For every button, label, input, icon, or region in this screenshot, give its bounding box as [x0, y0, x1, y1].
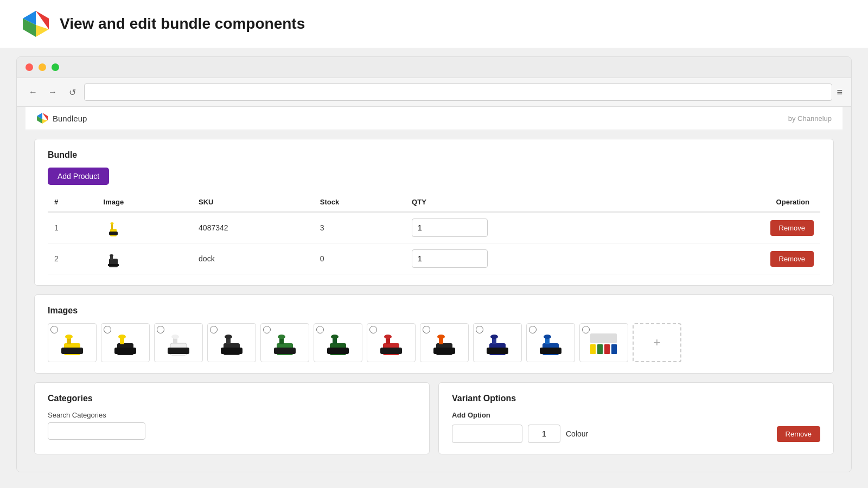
browser-nav: ← → ↺ ≡: [17, 78, 851, 107]
back-button[interactable]: ←: [25, 85, 41, 100]
images-panel: Images: [34, 294, 834, 374]
forward-button[interactable]: →: [45, 85, 60, 100]
bottom-panels: Categories Search Categories Variant Opt…: [34, 382, 834, 454]
thumb-svg-5: [269, 328, 301, 358]
thumb-svg-3: [162, 328, 195, 358]
image-radio-1[interactable]: [50, 326, 58, 333]
app-content: Bundleup by Channelup Bundle Add Product…: [17, 107, 851, 472]
bundle-table: # Image SKU Stock QTY Operation 1: [48, 194, 820, 274]
row2-qty-cell: [405, 243, 659, 274]
by-channelup-label: by Channelup: [788, 114, 832, 123]
image-thumb-3[interactable]: [154, 323, 203, 362]
variant-remove-button[interactable]: Remove: [777, 426, 820, 442]
product-image-2: [104, 249, 123, 268]
svg-rect-19: [61, 348, 83, 354]
svg-rect-27: [168, 348, 189, 354]
svg-point-10: [110, 222, 113, 224]
thumb-svg-6: [322, 328, 354, 358]
add-image-icon: +: [654, 336, 661, 350]
top-header: View and edit bundle components: [0, 0, 868, 48]
svg-marker-7: [42, 119, 48, 124]
row2-qty-input[interactable]: [412, 249, 488, 268]
bundle-title: Bundle: [48, 150, 820, 160]
variant-name-input[interactable]: [452, 425, 522, 443]
image-radio-11[interactable]: [582, 326, 590, 333]
colour-label: Colour: [566, 429, 588, 438]
row1-qty-cell: [405, 212, 659, 243]
thumb-svg-9: [481, 328, 514, 358]
brand-logo-icon: [36, 112, 48, 124]
table-row: 1: [48, 212, 820, 243]
image-radio-7[interactable]: [369, 326, 377, 333]
traffic-light-maximize[interactable]: [52, 63, 59, 71]
svg-rect-47: [433, 348, 455, 354]
row2-operation: Remove: [659, 243, 820, 274]
col-header-qty: QTY: [405, 194, 659, 212]
main-panels: Bundle Add Product # Image SKU Stock QTY…: [25, 130, 843, 463]
image-thumb-10[interactable]: [526, 323, 575, 362]
row1-operation: Remove: [659, 212, 820, 243]
add-image-button[interactable]: +: [633, 323, 681, 362]
image-thumb-1[interactable]: [48, 323, 97, 362]
svg-point-46: [437, 335, 445, 339]
svg-point-30: [225, 335, 232, 339]
add-product-button[interactable]: Add Product: [48, 168, 109, 185]
svg-rect-58: [604, 344, 610, 354]
col-header-stock: Stock: [314, 194, 405, 212]
image-thumb-8[interactable]: [420, 323, 469, 362]
image-thumb-2[interactable]: [101, 323, 150, 362]
svg-point-38: [331, 335, 339, 339]
add-option-label: Add Option: [452, 411, 820, 419]
svg-point-34: [278, 335, 285, 339]
variant-qty-input[interactable]: [528, 425, 560, 443]
row1-image: [97, 212, 192, 243]
col-header-sku: SKU: [192, 194, 314, 212]
image-radio-2[interactable]: [104, 326, 111, 333]
image-radio-9[interactable]: [476, 326, 483, 333]
svg-rect-15: [108, 264, 119, 266]
image-radio-3[interactable]: [157, 326, 164, 333]
svg-point-50: [490, 335, 498, 339]
row2-num: 2: [48, 243, 97, 274]
browser-titlebar: [17, 57, 851, 78]
variant-options-panel: Variant Options Add Option Colour Remove: [438, 382, 834, 454]
page-title: View and edit bundle components: [60, 15, 305, 33]
svg-point-42: [384, 335, 392, 339]
bundle-panel: Bundle Add Product # Image SKU Stock QTY…: [34, 139, 834, 286]
search-categories-input[interactable]: [48, 422, 145, 440]
image-thumb-7[interactable]: [367, 323, 416, 362]
image-thumb-5[interactable]: [260, 323, 309, 362]
dock-icon: [106, 249, 121, 268]
image-thumb-6[interactable]: [314, 323, 362, 362]
image-thumb-9[interactable]: [473, 323, 522, 362]
image-thumb-4[interactable]: [207, 323, 256, 362]
row2-stock: 0: [314, 243, 405, 274]
browser-menu-icon[interactable]: ≡: [837, 87, 843, 98]
image-thumb-11[interactable]: [579, 323, 628, 362]
svg-rect-23: [114, 348, 136, 354]
images-title: Images: [48, 306, 820, 316]
row2-remove-button[interactable]: Remove: [770, 251, 814, 267]
traffic-light-minimize[interactable]: [39, 63, 46, 71]
image-radio-5[interactable]: [263, 326, 271, 333]
image-radio-4[interactable]: [210, 326, 218, 333]
thumb-svg-8: [428, 328, 461, 358]
image-radio-8[interactable]: [423, 326, 430, 333]
row2-sku: dock: [192, 243, 314, 274]
app-logo: [22, 10, 50, 38]
traffic-light-close[interactable]: [25, 63, 33, 71]
row2-image: [97, 243, 192, 274]
row1-qty-input[interactable]: [412, 219, 488, 237]
brand-name: Bundleup: [53, 114, 87, 123]
image-radio-10[interactable]: [529, 326, 537, 333]
row1-remove-button[interactable]: Remove: [770, 220, 814, 236]
svg-rect-43: [380, 348, 402, 354]
svg-rect-39: [327, 348, 349, 354]
thumb-svg-7: [375, 328, 407, 358]
svg-rect-60: [590, 333, 617, 343]
refresh-button[interactable]: ↺: [65, 85, 80, 100]
address-bar[interactable]: [84, 84, 832, 101]
row1-num: 1: [48, 212, 97, 243]
image-radio-6[interactable]: [316, 326, 324, 333]
app-navbar: Bundleup by Channelup: [25, 107, 843, 130]
